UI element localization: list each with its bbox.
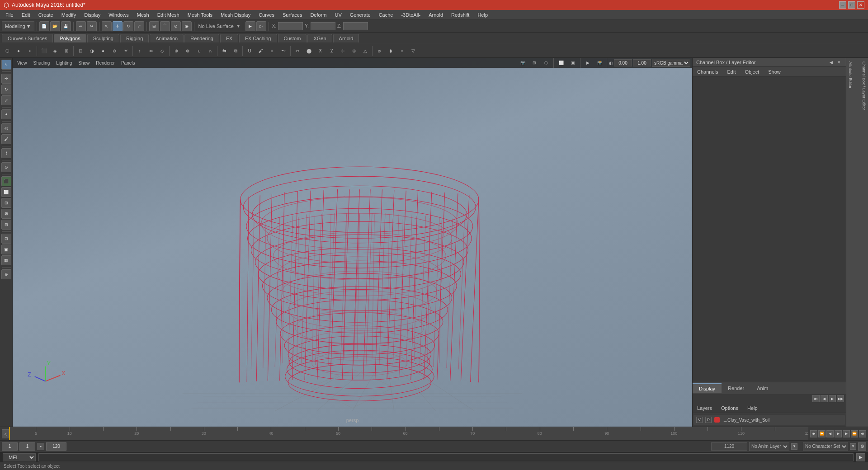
- shaded-icon[interactable]: ●: [98, 46, 108, 56]
- cb-menu-channels[interactable]: Channels: [694, 68, 721, 75]
- wedge-icon[interactable]: △: [360, 46, 371, 56]
- tab-custom[interactable]: Custom: [278, 34, 307, 42]
- no-anim-layer-select[interactable]: No Anim Layer: [749, 442, 789, 451]
- pivot-icon[interactable]: ◈: [50, 46, 61, 56]
- vp-view-menu[interactable]: View: [14, 60, 30, 66]
- anim-start-input[interactable]: [711, 442, 747, 451]
- frame-end-input[interactable]: [46, 442, 66, 451]
- layer-p-checkbox[interactable]: P: [705, 417, 712, 423]
- retopo-icon[interactable]: ⧫: [385, 46, 396, 56]
- cb-close-btn[interactable]: ✕: [836, 59, 842, 66]
- y-input[interactable]: [311, 22, 335, 30]
- menu-edit-mesh[interactable]: Edit Mesh: [154, 11, 183, 19]
- select-tool-button[interactable]: ↖: [1, 60, 11, 70]
- next-keyframe-btn[interactable]: ▶: [843, 430, 850, 437]
- menu-deform[interactable]: Deform: [307, 11, 330, 19]
- smooth-icon[interactable]: ◑: [86, 46, 97, 56]
- menu-generate[interactable]: Generate: [346, 11, 374, 19]
- soft-select-button[interactable]: ◎: [1, 123, 11, 133]
- wireframe-icon[interactable]: ⊡: [75, 46, 86, 56]
- menu-uv[interactable]: UV: [331, 11, 345, 19]
- vp-show-menu[interactable]: Show: [75, 60, 92, 66]
- menu-modify[interactable]: Modify: [58, 11, 80, 19]
- char-set-menu-btn[interactable]: ▼: [850, 443, 856, 450]
- layer-back-btn[interactable]: ◀: [821, 395, 828, 402]
- layer5-button[interactable]: ⊟: [1, 220, 11, 230]
- cb-menu-show[interactable]: Show: [765, 68, 783, 75]
- playblast-icon[interactable]: ▶: [582, 58, 593, 68]
- menu-windows[interactable]: Windows: [105, 11, 132, 19]
- playhead[interactable]: [9, 427, 10, 440]
- bool-diff-icon[interactable]: ∩: [205, 46, 216, 56]
- script-mode-select[interactable]: MEL Python: [3, 453, 36, 461]
- layer-v-checkbox[interactable]: V: [696, 417, 703, 423]
- layer3-button[interactable]: ⊞: [1, 198, 11, 208]
- menu-mesh-tools[interactable]: Mesh Tools: [184, 11, 216, 19]
- step-back-btn[interactable]: ⏪: [818, 430, 826, 437]
- layer-skip-back-btn[interactable]: ⏮: [812, 395, 820, 402]
- menu-create[interactable]: Create: [35, 11, 57, 19]
- tab-render[interactable]: Render: [722, 384, 750, 393]
- tab-rendering[interactable]: Rendering: [184, 34, 219, 42]
- tab-fx[interactable]: FX: [220, 34, 238, 42]
- layer4-button[interactable]: ⊠: [1, 209, 11, 219]
- uv-icon[interactable]: U: [244, 46, 255, 56]
- cut-icon[interactable]: ✂: [292, 46, 303, 56]
- snap-view-button[interactable]: ◉: [182, 21, 192, 31]
- timeline-range-start-btn[interactable]: ◁: [2, 429, 9, 438]
- hole-fill-icon[interactable]: ○: [396, 46, 407, 56]
- z-input[interactable]: [343, 22, 368, 30]
- show-manip-button[interactable]: ⊙: [1, 162, 11, 172]
- layer6-button[interactable]: ⊡: [1, 234, 11, 244]
- wireframe-toggle-icon[interactable]: ⬡: [541, 58, 552, 68]
- rotate-tool-button[interactable]: ↻: [1, 85, 11, 94]
- redo-button[interactable]: ↪: [87, 21, 97, 31]
- char-set-select[interactable]: No Character Set: [803, 442, 848, 451]
- color-profile-select[interactable]: sRGB gamma: [652, 59, 690, 67]
- crease-icon[interactable]: ≡: [267, 46, 278, 56]
- paint-select-button[interactable]: 🖌: [1, 134, 11, 144]
- select-by-object-icon[interactable]: ●: [13, 46, 24, 56]
- anim-layer-menu-btn[interactable]: ▼: [791, 443, 797, 450]
- prev-keyframe-btn[interactable]: ◀: [826, 430, 834, 437]
- menu-cache[interactable]: Cache: [375, 11, 397, 19]
- resolution-gate-icon[interactable]: ⬜: [556, 58, 566, 68]
- tab-polygons[interactable]: Polygons: [54, 34, 86, 42]
- transform-icon[interactable]: ⬛: [38, 46, 49, 56]
- bridge-icon[interactable]: ⇔: [146, 46, 156, 56]
- play-forward-btn[interactable]: ▶: [835, 430, 842, 437]
- combine-icon[interactable]: ⊕: [171, 46, 182, 56]
- fill-icon[interactable]: ⬤: [303, 46, 314, 56]
- new-scene-button[interactable]: 📄: [39, 21, 49, 31]
- snapshot-icon[interactable]: 📸: [594, 58, 605, 68]
- close-button[interactable]: ✕: [857, 1, 864, 9]
- menu-mesh[interactable]: Mesh: [133, 11, 153, 19]
- light-icon[interactable]: ☀: [120, 46, 131, 56]
- layer2-button[interactable]: ⬜: [1, 187, 11, 197]
- bool-union-icon[interactable]: ∪: [193, 46, 204, 56]
- gamma-input[interactable]: [633, 59, 651, 66]
- grid-toggle-icon[interactable]: ⊞: [529, 58, 540, 68]
- rotate-tool-button[interactable]: ↻: [123, 21, 133, 31]
- save-button[interactable]: 💾: [61, 21, 71, 31]
- rs-menu-options[interactable]: Options: [718, 404, 741, 412]
- tab-curves-surfaces[interactable]: Curves / Surfaces: [2, 34, 53, 42]
- command-input[interactable]: [38, 453, 854, 461]
- mode-dropdown[interactable]: Modeling ▼: [2, 21, 34, 31]
- tab-rigging[interactable]: Rigging: [120, 34, 149, 42]
- camera-icon[interactable]: 📷: [517, 58, 528, 68]
- vp-renderer-menu[interactable]: Renderer: [93, 60, 118, 66]
- cb-collapse-btn[interactable]: ◀: [828, 59, 834, 66]
- frame-start-input[interactable]: [2, 442, 18, 451]
- misc-button[interactable]: ⊕: [1, 269, 11, 279]
- separate-icon[interactable]: ⊗: [182, 46, 193, 56]
- exposure-input[interactable]: [614, 59, 632, 66]
- timeline-ruler[interactable]: 5102030405060708090100110120: [9, 427, 808, 440]
- select-by-hierarchy-icon[interactable]: ⬡: [2, 46, 13, 56]
- tab-sculpting[interactable]: Sculpting: [87, 34, 119, 42]
- layer8-button[interactable]: ▦: [1, 255, 11, 265]
- extrude-icon[interactable]: ↕: [134, 46, 145, 56]
- render-button[interactable]: ▶: [245, 21, 255, 31]
- tab-xgen[interactable]: XGen: [307, 34, 332, 42]
- menu-curves[interactable]: Curves: [255, 11, 278, 19]
